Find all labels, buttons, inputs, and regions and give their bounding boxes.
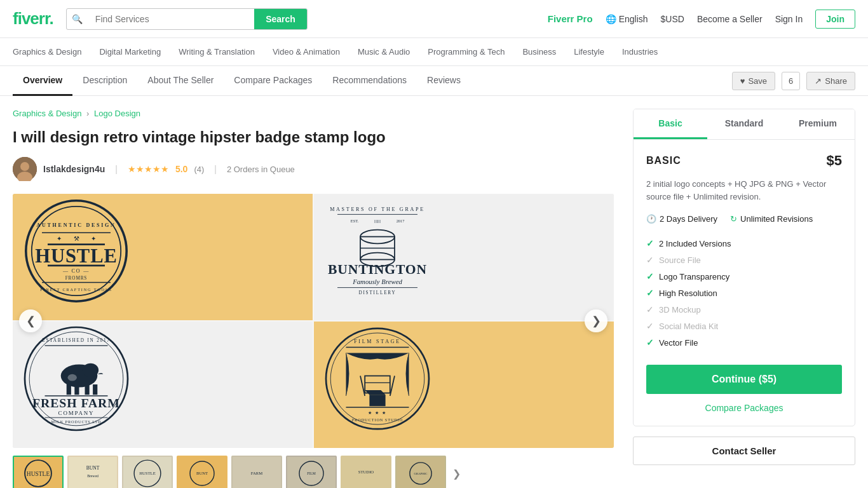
- svg-marker-55: [365, 390, 385, 395]
- feature-label: High Resolution: [659, 288, 717, 298]
- package-description: 2 initial logo concepts + HQ JPG & PNG +…: [646, 178, 842, 203]
- nav-item-writing[interactable]: Writing & Translation: [179, 47, 255, 57]
- nav-item-industries[interactable]: Industries: [622, 47, 658, 57]
- breadcrumb-subcategory[interactable]: Logo Design: [94, 109, 140, 118]
- nav-item-digital-marketing[interactable]: Digital Marketing: [99, 47, 161, 57]
- svg-text:FILM: FILM: [307, 471, 316, 475]
- nav-item-graphics[interactable]: Graphics & Design: [13, 47, 81, 57]
- svg-text:⚒: ⚒: [74, 235, 79, 242]
- svg-text:COMPANY: COMPANY: [58, 410, 95, 416]
- search-icon: 🔍: [67, 14, 88, 24]
- svg-point-40: [68, 374, 77, 381]
- review-count: (4): [194, 165, 204, 174]
- nav-item-lifestyle[interactable]: Lifestyle: [574, 47, 604, 57]
- tab-about-seller[interactable]: About The Seller: [137, 66, 224, 96]
- rating-value: 5.0: [175, 164, 187, 174]
- svg-rect-36: [67, 384, 71, 395]
- pipe-divider2: |: [214, 164, 217, 174]
- refresh-icon: ↻: [730, 214, 737, 224]
- save-label: Save: [748, 76, 767, 86]
- search-button[interactable]: Search: [254, 9, 307, 29]
- tab-compare-packages[interactable]: Compare Packages: [224, 66, 322, 96]
- tab-overview[interactable]: Overview: [13, 66, 72, 96]
- rating-stars: ★★★★★: [128, 164, 169, 174]
- tab-recommendations[interactable]: Recommendations: [322, 66, 417, 96]
- gig-title: I will design retro vintage hipster badg…: [13, 127, 614, 147]
- pkg-tab-basic[interactable]: Basic: [634, 109, 707, 139]
- breadcrumb-separator: ›: [86, 109, 89, 118]
- revisions-text: Unlimited Revisions: [740, 214, 813, 224]
- gallery-image-4[interactable]: FILM STAGE: [314, 322, 614, 448]
- svg-point-35: [83, 363, 98, 377]
- gallery-prev-button[interactable]: ❮: [19, 309, 42, 332]
- pkg-tab-standard[interactable]: Standard: [707, 109, 781, 139]
- thumbnail-6[interactable]: FILM: [286, 456, 337, 488]
- svg-text:FRESH FARM: FRESH FARM: [32, 396, 120, 410]
- thumbnail-3[interactable]: HUSTLE: [122, 456, 173, 488]
- svg-text:BUNT: BUNT: [86, 465, 100, 471]
- svg-text:HUSTLE: HUSTLE: [35, 245, 117, 267]
- gallery-image-3[interactable]: ESTABLISHED IN 2017: [13, 322, 313, 448]
- svg-rect-39: [93, 384, 97, 395]
- gallery-image-2[interactable]: MASTERS OF THE GRAPE EST. |||||||| 2017 …: [314, 194, 614, 320]
- feature-high-res: ✓ High Resolution: [646, 285, 842, 301]
- check-icon: ✓: [646, 288, 654, 298]
- thumbnail-8[interactable]: GRAPHIC: [395, 456, 446, 488]
- package-tabs: Basic Standard Premium: [634, 109, 855, 140]
- thumbnail-4[interactable]: BUNT: [177, 456, 227, 488]
- svg-line-53: [390, 376, 395, 396]
- heart-icon: ♥: [740, 76, 745, 86]
- svg-text:PRODUCTION STUDIO: PRODUCTION STUDIO: [352, 417, 403, 422]
- tab-reviews[interactable]: Reviews: [417, 66, 471, 96]
- tab-description[interactable]: Description: [72, 66, 137, 96]
- contact-seller-button[interactable]: Contact Seller: [633, 437, 855, 465]
- thumbnail-2[interactable]: BUNT Brewed: [67, 456, 118, 488]
- feature-3d-mockup: ✓ 3D Mockup: [646, 301, 842, 318]
- language-selector[interactable]: 🌐 English: [606, 14, 648, 24]
- nav-item-music[interactable]: Music & Audio: [358, 47, 410, 57]
- logo-dot: .: [50, 9, 53, 28]
- package-meta: 🕐 2 Days Delivery ↻ Unlimited Revisions: [646, 214, 842, 224]
- search-input[interactable]: [88, 9, 254, 29]
- logo[interactable]: fiverr.: [13, 9, 53, 29]
- package-price: $5: [827, 152, 842, 169]
- gallery-main-grid: AUTHENTIC DESIGN ✦ ✦ ⚒ HUSTLE — CO — FRO…: [13, 194, 614, 448]
- svg-text:2017: 2017: [397, 219, 405, 223]
- thumbnail-5[interactable]: FARM: [231, 456, 282, 488]
- thumbnails-next-button[interactable]: ❯: [450, 465, 463, 482]
- avatar[interactable]: [13, 157, 37, 181]
- gallery-next-button[interactable]: ❯: [585, 309, 607, 332]
- header-right: Fiverr Pro 🌐 English $USD Become a Selle…: [548, 10, 855, 29]
- nav-item-programming[interactable]: Programming & Tech: [428, 47, 505, 57]
- save-button[interactable]: ♥ Save: [732, 72, 775, 90]
- svg-text:AUTHENTIC DESIGN: AUTHENTIC DESIGN: [36, 222, 116, 228]
- logo-text: fiverr: [13, 9, 50, 28]
- compare-packages-link[interactable]: Compare Packages: [646, 403, 842, 413]
- svg-text:FINEST CRAFTING TOOLS: FINEST CRAFTING TOOLS: [40, 287, 112, 292]
- thumbnail-1[interactable]: HUSTLE: [13, 456, 64, 488]
- package-panel: Basic Standard Premium BASIC $5 2 initia…: [633, 109, 855, 426]
- nav-item-video[interactable]: Video & Animation: [273, 47, 340, 57]
- breadcrumb-category[interactable]: Graphics & Design: [13, 109, 81, 118]
- pipe-divider: |: [115, 164, 118, 174]
- sign-in-link[interactable]: Sign In: [775, 14, 803, 24]
- feature-vector: ✓ Vector File: [646, 334, 842, 351]
- continue-button[interactable]: Continue ($5): [646, 365, 842, 394]
- seller-name[interactable]: Istlakdesign4u: [43, 164, 105, 174]
- breadcrumb: Graphics & Design › Logo Design: [13, 109, 614, 118]
- nav-item-business[interactable]: Business: [522, 47, 556, 57]
- svg-rect-54: [369, 395, 385, 406]
- currency-selector[interactable]: $USD: [661, 14, 684, 24]
- clock-icon: 🕐: [646, 214, 656, 224]
- join-button[interactable]: Join: [815, 10, 855, 29]
- pkg-tab-premium[interactable]: Premium: [781, 109, 855, 139]
- share-button[interactable]: ↗ Share: [806, 72, 855, 90]
- fiverr-pro-link[interactable]: Fiverr Pro: [548, 13, 593, 24]
- gallery-image-1[interactable]: AUTHENTIC DESIGN ✦ ✦ ⚒ HUSTLE — CO — FRO…: [13, 194, 313, 320]
- svg-text:HUSTLE: HUSTLE: [27, 471, 50, 477]
- image-gallery: AUTHENTIC DESIGN ✦ ✦ ⚒ HUSTLE — CO — FRO…: [13, 194, 614, 448]
- thumbnail-7[interactable]: STUDIO: [341, 456, 391, 488]
- globe-icon: 🌐: [606, 14, 616, 24]
- share-icon: ↗: [815, 76, 822, 86]
- become-seller-link[interactable]: Become a Seller: [697, 14, 763, 24]
